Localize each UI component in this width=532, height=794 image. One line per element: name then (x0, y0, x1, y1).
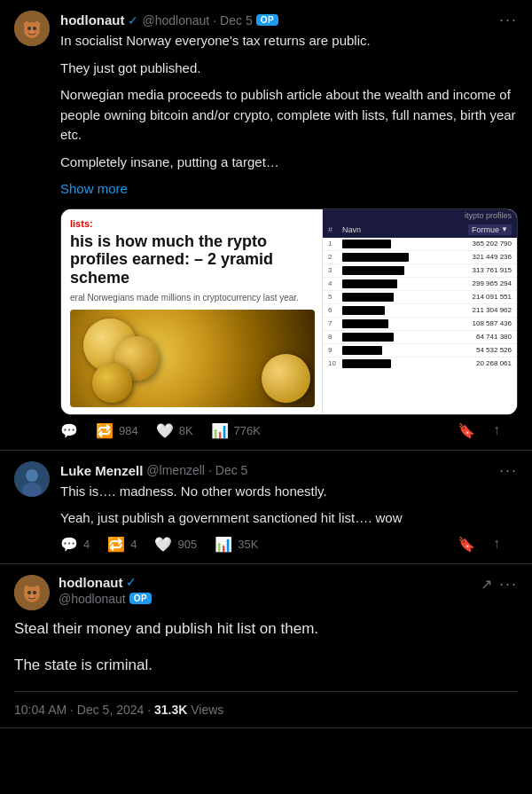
more-options-button[interactable]: ··· (499, 575, 518, 594)
name-bar (342, 253, 409, 262)
tweet-hodlonaut-main: hodlonaut ✓ @hodlonaut · Dec 5 OP ··· In… (0, 0, 532, 451)
like-count: 8K (179, 424, 193, 437)
coins-image (70, 310, 315, 407)
share-icon: ↑ (493, 536, 500, 552)
display-name: hodlonaut (59, 575, 122, 590)
like-action[interactable]: 🤍 905 (154, 536, 197, 553)
like-action[interactable]: 🤍 8K (156, 422, 193, 439)
views-icon: 📊 (215, 536, 232, 553)
retweet-action[interactable]: 🔁 984 (96, 422, 138, 439)
svg-point-8 (26, 469, 38, 482)
views-count: 35K (238, 538, 258, 551)
retweet-count: 984 (119, 424, 138, 437)
external-link-icon[interactable]: ↗ (481, 576, 492, 593)
dot-separator: · (208, 463, 212, 477)
table-header-row: # Navn Formue ▼ (323, 222, 517, 238)
name-bar (342, 279, 397, 288)
tweet-actions: 💬 🔁 984 🤍 8K 📊 776K 🔖 ↑ (60, 422, 518, 439)
content-line-1: In socialist Norway everyone's tax retur… (60, 31, 518, 51)
table-row: 3 313 761 915 (323, 264, 517, 278)
svg-point-15 (33, 591, 36, 594)
like-icon: 🤍 (154, 536, 172, 553)
svg-point-14 (27, 591, 31, 594)
retweet-count: 4 (130, 538, 137, 551)
tweet-header-left: hodlonaut ✓ @hodlonaut · Dec 5 OP (60, 12, 278, 28)
expanded-handle-row: @hodlonaut OP (59, 592, 152, 606)
reply-action[interactable]: 💬 (60, 422, 78, 439)
name-bar (342, 240, 391, 248)
tweet-date: Dec 5, 2024 (77, 703, 145, 717)
article-headline: his is how much the rypto profiles earne… (70, 232, 315, 287)
reply-action[interactable]: 💬 4 (60, 536, 90, 553)
tweet-left-col (14, 575, 50, 610)
bookmark-icon: 🔖 (458, 536, 475, 553)
avatar-hodlonaut[interactable] (14, 11, 50, 46)
content-line-4: Completely insane, putting a target… (60, 153, 518, 173)
bookmark-action[interactable]: 🔖 (458, 422, 475, 439)
svg-point-13 (24, 586, 40, 602)
tweet-meta: 10:04 AM · Dec 5, 2024 · 31.3K Views (14, 691, 518, 717)
handle: @hodlonaut (142, 13, 209, 28)
retweet-icon: 🔁 (107, 536, 125, 553)
article-card-image[interactable]: lists: his is how much the rypto profile… (60, 208, 518, 415)
tweet-left-col (14, 11, 50, 439)
timestamp: Dec 5 (215, 463, 248, 477)
bookmark-action[interactable]: 🔖 (458, 536, 475, 553)
table-row: 6 211 304 962 (323, 304, 517, 318)
display-name: hodlonaut (60, 12, 124, 28)
tweet-header-left: Luke Menzell @lmenzell · Dec 5 (60, 463, 247, 478)
table-row: 7 108 587 436 (323, 318, 517, 331)
name-bar (342, 319, 388, 328)
more-options-button[interactable]: ··· (499, 11, 518, 29)
like-count: 905 (177, 538, 197, 551)
content-line-2: They just got published. (60, 59, 518, 79)
views-action[interactable]: 📊 776K (211, 422, 261, 439)
reply-count: 4 (83, 538, 90, 551)
reply-icon: 💬 (60, 422, 78, 439)
timestamp: Dec 5 (220, 13, 253, 28)
content-line-2: The state is criminal. (14, 654, 518, 677)
more-options-button[interactable]: ··· (499, 461, 518, 480)
svg-point-4 (27, 27, 31, 30)
svg-point-5 (33, 27, 36, 30)
name-bar (342, 359, 391, 368)
tweet-left-col (14, 461, 50, 553)
svg-point-6 (30, 31, 34, 34)
name-bar (342, 333, 394, 342)
article-sub: eral Norwegians made millions in cryptoc… (70, 293, 315, 303)
verified-icon: ✓ (126, 575, 137, 589)
handle: @hodlonaut (59, 592, 126, 606)
name-bar (342, 346, 382, 355)
share-icon: ↑ (493, 422, 500, 438)
share-action[interactable]: ↑ (493, 422, 500, 438)
avatar-hodlonaut[interactable] (14, 575, 50, 610)
reply-icon: 💬 (60, 536, 78, 553)
tweet-right-col: Luke Menzell @lmenzell · Dec 5 ··· This … (60, 461, 518, 553)
svg-point-9 (22, 483, 42, 497)
content-line-2: Yeah, just publish a government sanction… (60, 508, 518, 529)
svg-point-16 (30, 594, 34, 597)
display-name: Luke Menzell (60, 463, 143, 478)
name-bar (342, 266, 404, 275)
tweet-actions: 💬 4 🔁 4 🤍 905 📊 35K 🔖 ↑ (60, 536, 518, 553)
article-text-section: lists: his is how much the rypto profile… (61, 209, 322, 414)
verified-icon: ✓ (128, 13, 138, 28)
col-header-hash: # (328, 225, 342, 234)
tweet-hodlonaut-expanded: hodlonaut ✓ @hodlonaut OP ↗ ··· Steal th… (0, 564, 532, 728)
name-bar (342, 293, 394, 302)
tweet-header: Luke Menzell @lmenzell · Dec 5 ··· (60, 461, 518, 480)
col-header-navn: Navn (342, 225, 468, 234)
avatar-luke[interactable] (14, 461, 50, 497)
expanded-name-row: hodlonaut ✓ (59, 575, 152, 590)
like-icon: 🤍 (156, 422, 174, 439)
retweet-action[interactable]: 🔁 4 (107, 536, 137, 553)
share-action[interactable]: ↑ (493, 536, 500, 552)
op-badge: OP (129, 593, 152, 604)
dot-separator: · (213, 13, 216, 28)
views-icon: 📊 (211, 422, 229, 439)
views-action[interactable]: 📊 35K (215, 536, 258, 553)
table-row: 5 214 091 551 (323, 291, 517, 304)
show-more-link[interactable]: Show more (60, 179, 518, 200)
ranking-table: itypto profiles # Navn Formue ▼ 1 365 20… (322, 209, 517, 414)
svg-point-3 (24, 22, 40, 38)
